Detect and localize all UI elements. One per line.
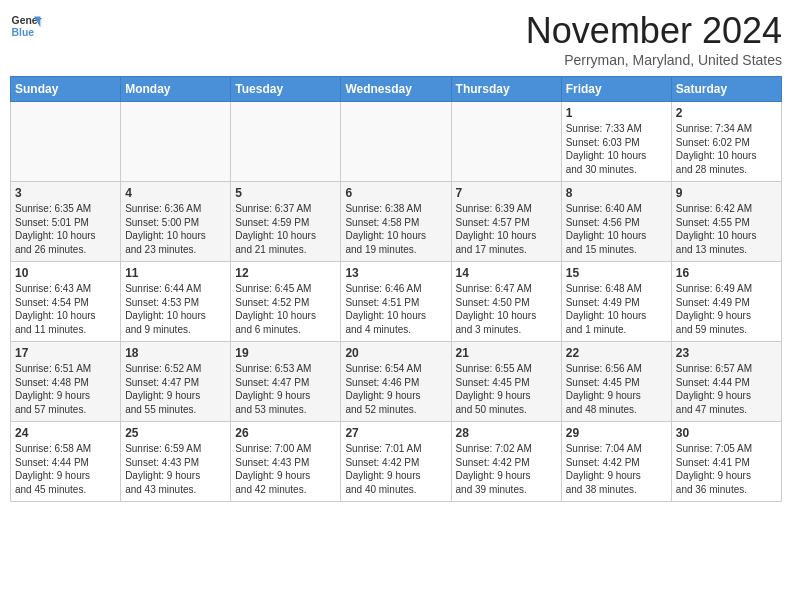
day-info: Sunrise: 6:59 AM Sunset: 4:43 PM Dayligh…	[125, 442, 226, 496]
col-header-wednesday: Wednesday	[341, 77, 451, 102]
day-info: Sunrise: 6:36 AM Sunset: 5:00 PM Dayligh…	[125, 202, 226, 256]
calendar-cell: 23Sunrise: 6:57 AM Sunset: 4:44 PM Dayli…	[671, 342, 781, 422]
day-info: Sunrise: 6:43 AM Sunset: 4:54 PM Dayligh…	[15, 282, 116, 336]
day-info: Sunrise: 6:35 AM Sunset: 5:01 PM Dayligh…	[15, 202, 116, 256]
calendar-cell: 29Sunrise: 7:04 AM Sunset: 4:42 PM Dayli…	[561, 422, 671, 502]
day-number: 7	[456, 186, 557, 200]
calendar-cell: 3Sunrise: 6:35 AM Sunset: 5:01 PM Daylig…	[11, 182, 121, 262]
calendar-cell	[451, 102, 561, 182]
day-number: 3	[15, 186, 116, 200]
calendar-cell: 22Sunrise: 6:56 AM Sunset: 4:45 PM Dayli…	[561, 342, 671, 422]
svg-text:Blue: Blue	[12, 27, 35, 38]
calendar-cell	[231, 102, 341, 182]
day-number: 8	[566, 186, 667, 200]
day-info: Sunrise: 6:52 AM Sunset: 4:47 PM Dayligh…	[125, 362, 226, 416]
day-info: Sunrise: 7:00 AM Sunset: 4:43 PM Dayligh…	[235, 442, 336, 496]
calendar-table: SundayMondayTuesdayWednesdayThursdayFrid…	[10, 76, 782, 502]
logo: General Blue	[10, 10, 42, 42]
col-header-thursday: Thursday	[451, 77, 561, 102]
calendar-cell: 13Sunrise: 6:46 AM Sunset: 4:51 PM Dayli…	[341, 262, 451, 342]
col-header-tuesday: Tuesday	[231, 77, 341, 102]
day-number: 29	[566, 426, 667, 440]
calendar-cell	[341, 102, 451, 182]
day-number: 25	[125, 426, 226, 440]
calendar-cell: 2Sunrise: 7:34 AM Sunset: 6:02 PM Daylig…	[671, 102, 781, 182]
calendar-cell: 16Sunrise: 6:49 AM Sunset: 4:49 PM Dayli…	[671, 262, 781, 342]
col-header-sunday: Sunday	[11, 77, 121, 102]
calendar-cell: 24Sunrise: 6:58 AM Sunset: 4:44 PM Dayli…	[11, 422, 121, 502]
page-header: General Blue November 2024 Perryman, Mar…	[10, 10, 782, 68]
calendar-cell: 12Sunrise: 6:45 AM Sunset: 4:52 PM Dayli…	[231, 262, 341, 342]
calendar-cell: 5Sunrise: 6:37 AM Sunset: 4:59 PM Daylig…	[231, 182, 341, 262]
day-number: 5	[235, 186, 336, 200]
calendar-cell: 7Sunrise: 6:39 AM Sunset: 4:57 PM Daylig…	[451, 182, 561, 262]
calendar-cell: 25Sunrise: 6:59 AM Sunset: 4:43 PM Dayli…	[121, 422, 231, 502]
day-info: Sunrise: 6:44 AM Sunset: 4:53 PM Dayligh…	[125, 282, 226, 336]
calendar-cell	[121, 102, 231, 182]
calendar-cell: 1Sunrise: 7:33 AM Sunset: 6:03 PM Daylig…	[561, 102, 671, 182]
day-number: 12	[235, 266, 336, 280]
logo-icon: General Blue	[10, 10, 42, 42]
day-info: Sunrise: 6:37 AM Sunset: 4:59 PM Dayligh…	[235, 202, 336, 256]
day-number: 24	[15, 426, 116, 440]
day-info: Sunrise: 6:45 AM Sunset: 4:52 PM Dayligh…	[235, 282, 336, 336]
calendar-cell: 18Sunrise: 6:52 AM Sunset: 4:47 PM Dayli…	[121, 342, 231, 422]
calendar-cell: 28Sunrise: 7:02 AM Sunset: 4:42 PM Dayli…	[451, 422, 561, 502]
day-info: Sunrise: 6:55 AM Sunset: 4:45 PM Dayligh…	[456, 362, 557, 416]
day-info: Sunrise: 6:48 AM Sunset: 4:49 PM Dayligh…	[566, 282, 667, 336]
calendar-cell: 4Sunrise: 6:36 AM Sunset: 5:00 PM Daylig…	[121, 182, 231, 262]
day-number: 14	[456, 266, 557, 280]
calendar-cell: 21Sunrise: 6:55 AM Sunset: 4:45 PM Dayli…	[451, 342, 561, 422]
month-title: November 2024	[526, 10, 782, 52]
col-header-friday: Friday	[561, 77, 671, 102]
day-info: Sunrise: 7:04 AM Sunset: 4:42 PM Dayligh…	[566, 442, 667, 496]
day-info: Sunrise: 6:58 AM Sunset: 4:44 PM Dayligh…	[15, 442, 116, 496]
day-number: 23	[676, 346, 777, 360]
day-number: 21	[456, 346, 557, 360]
day-number: 4	[125, 186, 226, 200]
day-number: 20	[345, 346, 446, 360]
calendar-cell: 8Sunrise: 6:40 AM Sunset: 4:56 PM Daylig…	[561, 182, 671, 262]
col-header-monday: Monday	[121, 77, 231, 102]
day-number: 17	[15, 346, 116, 360]
calendar-cell: 20Sunrise: 6:54 AM Sunset: 4:46 PM Dayli…	[341, 342, 451, 422]
day-number: 27	[345, 426, 446, 440]
calendar-cell: 9Sunrise: 6:42 AM Sunset: 4:55 PM Daylig…	[671, 182, 781, 262]
day-number: 28	[456, 426, 557, 440]
calendar-cell: 10Sunrise: 6:43 AM Sunset: 4:54 PM Dayli…	[11, 262, 121, 342]
calendar-cell: 30Sunrise: 7:05 AM Sunset: 4:41 PM Dayli…	[671, 422, 781, 502]
day-info: Sunrise: 6:51 AM Sunset: 4:48 PM Dayligh…	[15, 362, 116, 416]
day-info: Sunrise: 6:49 AM Sunset: 4:49 PM Dayligh…	[676, 282, 777, 336]
day-number: 9	[676, 186, 777, 200]
day-info: Sunrise: 6:53 AM Sunset: 4:47 PM Dayligh…	[235, 362, 336, 416]
day-number: 16	[676, 266, 777, 280]
calendar-cell: 11Sunrise: 6:44 AM Sunset: 4:53 PM Dayli…	[121, 262, 231, 342]
calendar-cell	[11, 102, 121, 182]
day-info: Sunrise: 6:40 AM Sunset: 4:56 PM Dayligh…	[566, 202, 667, 256]
calendar-cell: 19Sunrise: 6:53 AM Sunset: 4:47 PM Dayli…	[231, 342, 341, 422]
day-number: 30	[676, 426, 777, 440]
day-info: Sunrise: 7:05 AM Sunset: 4:41 PM Dayligh…	[676, 442, 777, 496]
day-info: Sunrise: 7:34 AM Sunset: 6:02 PM Dayligh…	[676, 122, 777, 176]
title-block: November 2024 Perryman, Maryland, United…	[526, 10, 782, 68]
day-info: Sunrise: 7:02 AM Sunset: 4:42 PM Dayligh…	[456, 442, 557, 496]
day-number: 6	[345, 186, 446, 200]
calendar-cell: 26Sunrise: 7:00 AM Sunset: 4:43 PM Dayli…	[231, 422, 341, 502]
day-number: 2	[676, 106, 777, 120]
calendar-cell: 27Sunrise: 7:01 AM Sunset: 4:42 PM Dayli…	[341, 422, 451, 502]
calendar-cell: 15Sunrise: 6:48 AM Sunset: 4:49 PM Dayli…	[561, 262, 671, 342]
day-info: Sunrise: 7:33 AM Sunset: 6:03 PM Dayligh…	[566, 122, 667, 176]
day-info: Sunrise: 6:47 AM Sunset: 4:50 PM Dayligh…	[456, 282, 557, 336]
calendar-cell: 17Sunrise: 6:51 AM Sunset: 4:48 PM Dayli…	[11, 342, 121, 422]
day-number: 26	[235, 426, 336, 440]
day-number: 19	[235, 346, 336, 360]
calendar-cell: 14Sunrise: 6:47 AM Sunset: 4:50 PM Dayli…	[451, 262, 561, 342]
day-info: Sunrise: 7:01 AM Sunset: 4:42 PM Dayligh…	[345, 442, 446, 496]
day-number: 13	[345, 266, 446, 280]
location: Perryman, Maryland, United States	[526, 52, 782, 68]
day-number: 22	[566, 346, 667, 360]
day-info: Sunrise: 6:57 AM Sunset: 4:44 PM Dayligh…	[676, 362, 777, 416]
day-info: Sunrise: 6:38 AM Sunset: 4:58 PM Dayligh…	[345, 202, 446, 256]
day-number: 18	[125, 346, 226, 360]
day-number: 10	[15, 266, 116, 280]
